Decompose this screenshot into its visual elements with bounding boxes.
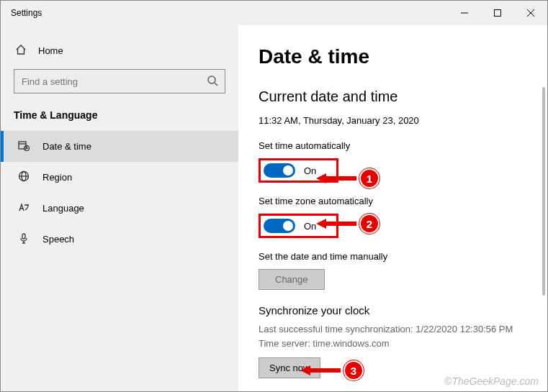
sync-server: Time server: time.windows.com (259, 337, 547, 351)
settings-window: Settings Home (0, 0, 548, 392)
window-controls (448, 1, 547, 25)
globe-icon (18, 170, 30, 184)
auto-zone-toggle[interactable] (264, 219, 295, 233)
manual-datetime-label: Set the date and time manually (259, 251, 547, 262)
sidebar-item-label: Date & time (42, 141, 91, 152)
auto-time-toggle[interactable] (264, 163, 295, 178)
svg-line-5 (215, 83, 217, 86)
auto-time-label: Set time automatically (259, 140, 547, 151)
toggle-knob (283, 221, 293, 231)
sidebar: Home Time & Language Date & time Region (1, 25, 238, 391)
close-button[interactable] (514, 1, 547, 25)
page-title: Date & time (259, 45, 547, 68)
minimize-button[interactable] (448, 1, 481, 25)
current-datetime-value: 11:32 AM, Thursday, January 23, 2020 (259, 115, 547, 126)
sync-heading: Synchronize your clock (259, 304, 547, 316)
svg-point-4 (208, 76, 215, 83)
sidebar-item-speech[interactable]: Speech (1, 224, 238, 255)
sidebar-home[interactable]: Home (1, 38, 238, 65)
annotation-number: 2 (359, 214, 379, 234)
sidebar-item-label: Language (42, 203, 84, 214)
toggle-knob (283, 165, 293, 176)
sidebar-item-date-time[interactable]: Date & time (1, 131, 238, 162)
sidebar-item-label: Region (42, 172, 72, 183)
sync-last: Last successful time synchronization: 1/… (259, 322, 547, 337)
maximize-button[interactable] (481, 1, 514, 25)
window-title: Settings (11, 8, 42, 18)
sync-now-button[interactable]: Sync now (259, 357, 320, 378)
sidebar-item-label: Speech (42, 234, 74, 245)
search-container (14, 69, 225, 94)
titlebar: Settings (1, 1, 547, 25)
close-icon (527, 9, 534, 17)
search-input[interactable] (14, 69, 225, 94)
window-body: Home Time & Language Date & time Region (1, 25, 547, 391)
auto-zone-label: Set time zone automatically (259, 196, 547, 206)
maximize-icon (494, 9, 501, 17)
annotation-number: 3 (343, 360, 364, 380)
section-current-datetime: Current date and time (259, 88, 547, 105)
auto-zone-toggle-group: On (259, 214, 338, 238)
svg-rect-12 (22, 234, 25, 239)
sync-info: Last successful time synchronization: 1/… (259, 322, 547, 350)
language-icon (18, 201, 30, 215)
calendar-clock-icon (18, 140, 30, 153)
sidebar-category: Time & Language (1, 104, 238, 131)
search-icon (207, 75, 218, 89)
main-content: Date & time Current date and time 11:32 … (238, 25, 547, 391)
microphone-icon (18, 232, 30, 246)
svg-rect-6 (19, 142, 26, 149)
auto-time-state: On (304, 165, 316, 176)
auto-time-toggle-group: On (259, 158, 338, 183)
change-button[interactable]: Change (259, 269, 325, 290)
home-icon (15, 44, 27, 58)
svg-rect-1 (495, 10, 501, 17)
auto-zone-state: On (304, 221, 316, 232)
annotation-number: 1 (359, 168, 379, 188)
sidebar-item-region[interactable]: Region (1, 162, 238, 193)
sidebar-home-label: Home (38, 45, 63, 56)
minimize-icon (461, 9, 468, 17)
sidebar-item-language[interactable]: Language (1, 193, 238, 224)
scrollbar[interactable] (542, 87, 545, 296)
